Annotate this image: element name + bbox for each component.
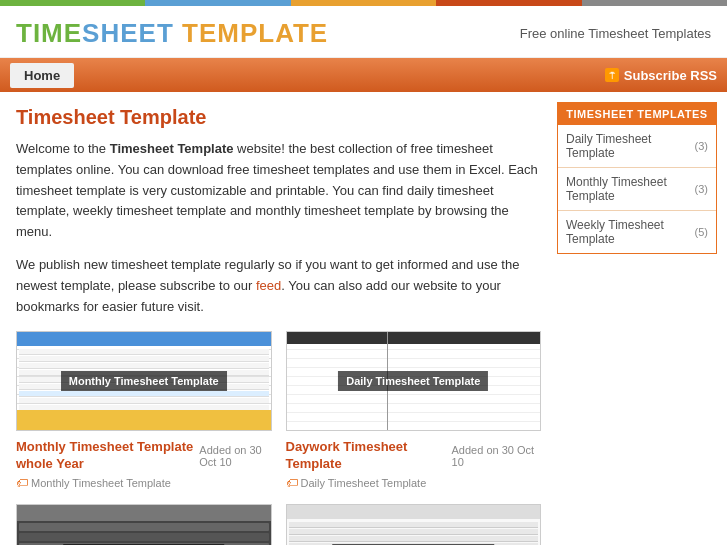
weekly1-thumb[interactable]: Weekly Timesheet Template xyxy=(16,504,272,545)
home-nav-item[interactable]: Home xyxy=(10,63,74,88)
monthly-thumb[interactable]: Monthly Timesheet Template xyxy=(16,331,272,431)
sidebar-weekly-count: (5) xyxy=(695,226,708,238)
feed-link[interactable]: feed xyxy=(256,278,281,293)
sidebar-daily-label: Daily Timesheet Template xyxy=(566,132,651,160)
daywork-thumb[interactable]: Daily Timesheet Template xyxy=(286,331,542,431)
subscribe-label: Subscribe RSS xyxy=(624,68,717,83)
sidebar-title: TIMESHEET TEMPLATES xyxy=(558,103,716,125)
monthly-category: 🏷 Monthly Timesheet Template xyxy=(16,476,272,490)
template-card-daywork: Daily Timesheet Template Daywork Timeshe… xyxy=(286,331,542,490)
monthly-category-label: Monthly Timesheet Template xyxy=(31,477,171,489)
main-layout: Timesheet Template Welcome to the Timesh… xyxy=(0,92,727,545)
template-card-weekly1: Weekly Timesheet Template Weekly Timeshe… xyxy=(16,504,272,545)
logo-template: TEMPLATE xyxy=(182,18,328,48)
tag-icon-monthly: 🏷 xyxy=(16,476,28,490)
sidebar-item-weekly[interactable]: Weekly Timesheet Template (5) xyxy=(558,211,716,253)
daywork-thumb-label: Daily Timesheet Template xyxy=(338,371,488,391)
template-card-weekly2: Weekly Timesheet Template Weekly Timeshe… xyxy=(286,504,542,545)
site-logo[interactable]: TIMESHEET TEMPLATE xyxy=(16,18,328,49)
sidebar-weekly-link[interactable]: Weekly Timesheet Template xyxy=(566,218,695,246)
subscribe-rss-button[interactable]: ⍑ Subscribe RSS xyxy=(605,68,717,83)
tag-icon-daywork: 🏷 xyxy=(286,476,298,490)
logo-time: TIME xyxy=(16,18,82,48)
logo-sheet: SHEET xyxy=(82,18,174,48)
sidebar: TIMESHEET TEMPLATES Daily Timesheet Temp… xyxy=(557,92,727,545)
sidebar-box: TIMESHEET TEMPLATES Daily Timesheet Temp… xyxy=(557,102,717,254)
navbar: Home ⍑ Subscribe RSS xyxy=(0,58,727,92)
monthly-thumb-label: Monthly Timesheet Template xyxy=(61,371,227,391)
template-card-monthly: Monthly Timesheet Template Monthly Times… xyxy=(16,331,272,490)
content-area: Timesheet Template Welcome to the Timesh… xyxy=(0,92,557,545)
sidebar-item-monthly[interactable]: Monthly Timesheet Template (3) xyxy=(558,168,716,211)
weekly2-thumb[interactable]: Weekly Timesheet Template xyxy=(286,504,542,545)
daywork-category: 🏷 Daily Timesheet Template xyxy=(286,476,542,490)
sidebar-monthly-label: Monthly Timesheet Template xyxy=(566,175,667,203)
monthly-info: Monthly Timesheet Template whole Year Ad… xyxy=(16,437,272,490)
daywork-info: Daywork Timesheet Template Added on 30 O… xyxy=(286,437,542,490)
daywork-added-date: Added on 30 Oct 10 xyxy=(452,444,541,468)
rss-icon: ⍑ xyxy=(605,68,619,82)
monthly-title-link[interactable]: Monthly Timesheet Template whole Year xyxy=(16,439,199,473)
sidebar-item-daily[interactable]: Daily Timesheet Template (3) xyxy=(558,125,716,168)
templates-grid: Monthly Timesheet Template Monthly Times… xyxy=(16,331,541,545)
sidebar-daily-link[interactable]: Daily Timesheet Template xyxy=(566,132,695,160)
header: TIMESHEET TEMPLATE Free online Timesheet… xyxy=(0,6,727,58)
daywork-category-label: Daily Timesheet Template xyxy=(301,477,427,489)
page-heading: Timesheet Template xyxy=(16,106,541,129)
monthly-added-date: Added on 30 Oct 10 xyxy=(199,444,271,468)
intro-paragraph-1: Welcome to the Timesheet Template websit… xyxy=(16,139,541,243)
sidebar-weekly-label: Weekly Timesheet Template xyxy=(566,218,664,246)
sidebar-monthly-count: (3) xyxy=(695,183,708,195)
daywork-title-link[interactable]: Daywork Timesheet Template xyxy=(286,439,452,473)
intro-paragraph-2: We publish new timesheet template regula… xyxy=(16,255,541,317)
sidebar-monthly-link[interactable]: Monthly Timesheet Template xyxy=(566,175,695,203)
brand-name: Timesheet Template xyxy=(110,141,234,156)
sidebar-daily-count: (3) xyxy=(695,140,708,152)
header-tagline: Free online Timesheet Templates xyxy=(520,26,711,41)
